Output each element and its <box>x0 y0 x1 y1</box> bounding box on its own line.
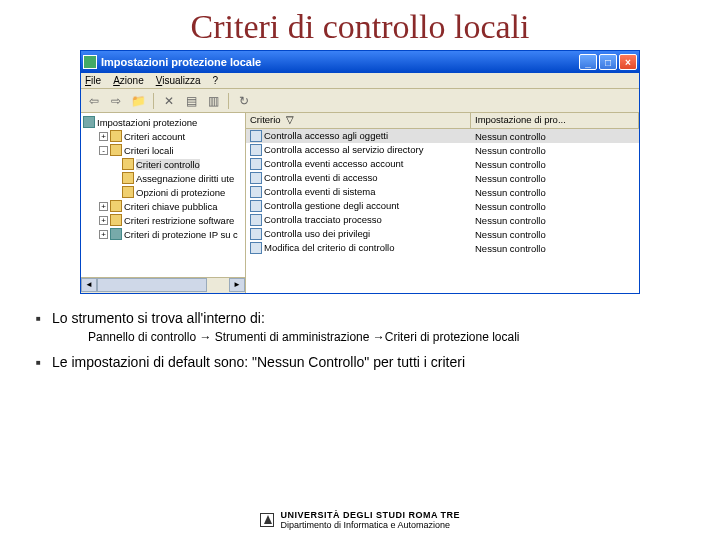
policy-setting: Nessun controllo <box>471 215 639 226</box>
policy-setting: Nessun controllo <box>471 173 639 184</box>
tree-label: Opzioni di protezione <box>136 187 225 198</box>
policy-icon <box>250 144 262 156</box>
policy-setting: Nessun controllo <box>471 187 639 198</box>
menu-visualizza[interactable]: Visualizza <box>156 75 201 86</box>
minimize-button[interactable]: _ <box>579 54 597 70</box>
tree-label: Criteri locali <box>124 145 174 156</box>
sort-indicator-icon: ▽ <box>286 114 294 125</box>
scroll-left-icon[interactable]: ◄ <box>81 278 97 292</box>
policy-name: Controlla eventi di accesso <box>264 172 378 183</box>
cut-icon[interactable]: ✕ <box>160 92 178 110</box>
tree-pane: Impostazioni protezione +Criteri account… <box>81 113 246 293</box>
policy-icon <box>250 214 262 226</box>
list-item[interactable]: Controlla eventi di sistemaNessun contro… <box>246 185 639 199</box>
footer-line2: Dipartimento di Informatica e Automazion… <box>280 520 460 530</box>
separator-icon <box>153 93 154 109</box>
menu-file[interactable]: File <box>85 75 101 86</box>
folder-icon <box>122 158 134 170</box>
tree-label: Criteri di protezione IP su c <box>124 229 238 240</box>
menu-help[interactable]: ? <box>213 75 219 86</box>
folder-icon <box>110 144 122 156</box>
app-icon <box>83 55 97 69</box>
bullet-item: Le impostazioni di default sono: "Nessun… <box>36 354 696 370</box>
policy-name: Controlla eventi di sistema <box>264 186 375 197</box>
tree-scrollbar[interactable]: ◄ ► <box>81 277 245 293</box>
up-folder-icon[interactable]: 📁 <box>129 92 147 110</box>
list-item[interactable]: Modifica del criterio di controlloNessun… <box>246 241 639 255</box>
policy-setting: Nessun controllo <box>471 243 639 254</box>
list-item[interactable]: Controlla accesso al servizio directoryN… <box>246 143 639 157</box>
tree-item[interactable]: -Criteri locali <box>81 143 245 157</box>
footer-line1: UNIVERSITÀ DEGLI STUDI ROMA TRE <box>280 510 460 520</box>
tree-label: Criteri restrizione software <box>124 215 234 226</box>
properties-icon[interactable]: ▤ <box>182 92 200 110</box>
policy-setting: Nessun controllo <box>471 229 639 240</box>
maximize-button[interactable]: □ <box>599 54 617 70</box>
list-item[interactable]: Controlla eventi accesso accountNessun c… <box>246 157 639 171</box>
settings-icon <box>83 116 95 128</box>
list-body: Controlla accesso agli oggettiNessun con… <box>246 129 639 255</box>
slide-title: Criteri di controllo locali <box>0 0 720 50</box>
tree-item[interactable]: Assegnazione diritti ute <box>81 171 245 185</box>
scroll-right-icon[interactable]: ► <box>229 278 245 292</box>
list-header: Criterio ▽ Impostazione di pro... <box>246 113 639 129</box>
expand-icon[interactable]: + <box>99 132 108 141</box>
folder-icon <box>122 186 134 198</box>
list-item[interactable]: Controlla gestione degli accountNessun c… <box>246 199 639 213</box>
back-icon[interactable]: ⇦ <box>85 92 103 110</box>
expand-icon[interactable]: - <box>99 146 108 155</box>
refresh-icon[interactable]: ↻ <box>235 92 253 110</box>
list-icon[interactable]: ▥ <box>204 92 222 110</box>
policy-name: Controlla accesso agli oggetti <box>264 130 388 141</box>
gear-icon <box>110 228 122 240</box>
tree-item[interactable]: +Criteri chiave pubblica <box>81 199 245 213</box>
menu-azione[interactable]: Azione <box>113 75 144 86</box>
tree-item[interactable]: Criteri controllo <box>81 157 245 171</box>
tree-label: Impostazioni protezione <box>97 117 197 128</box>
tree-item[interactable]: +Criteri account <box>81 129 245 143</box>
tree-item[interactable]: Opzioni di protezione <box>81 185 245 199</box>
column-impostazione[interactable]: Impostazione di pro... <box>471 113 639 128</box>
window-title: Impostazioni protezione locale <box>101 56 579 68</box>
tree-item[interactable]: +Criteri di protezione IP su c <box>81 227 245 241</box>
policy-icon <box>250 228 262 240</box>
bullet-item: Lo strumento si trova all'interno di: <box>36 310 696 326</box>
expand-icon[interactable]: + <box>99 202 108 211</box>
policy-name: Controlla gestione degli account <box>264 200 399 211</box>
policy-icon <box>250 130 262 142</box>
scroll-track[interactable] <box>97 278 229 293</box>
forward-icon[interactable]: ⇨ <box>107 92 125 110</box>
policy-name: Controlla eventi accesso account <box>264 158 403 169</box>
list-item[interactable]: Controlla uso dei privilegiNessun contro… <box>246 227 639 241</box>
list-pane: Criterio ▽ Impostazione di pro... Contro… <box>246 113 639 293</box>
folder-icon <box>122 172 134 184</box>
tree-item[interactable]: +Criteri restrizione software <box>81 213 245 227</box>
list-item[interactable]: Controlla eventi di accessoNessun contro… <box>246 171 639 185</box>
policy-setting: Nessun controllo <box>471 145 639 156</box>
menubar: File Azione Visualizza ? <box>81 73 639 89</box>
university-logo-icon <box>260 513 274 527</box>
expand-icon[interactable]: + <box>99 230 108 239</box>
footer: UNIVERSITÀ DEGLI STUDI ROMA TRE Dipartim… <box>0 510 720 530</box>
bullet-subtext: Pannello di controllo → Strumenti di amm… <box>36 330 696 344</box>
app-window: Impostazioni protezione locale _ □ × Fil… <box>80 50 640 294</box>
policy-icon <box>250 172 262 184</box>
tree-label: Assegnazione diritti ute <box>136 173 234 184</box>
separator-icon <box>228 93 229 109</box>
folder-icon <box>110 214 122 226</box>
policy-name: Controlla tracciato processo <box>264 214 382 225</box>
folder-icon <box>110 200 122 212</box>
policy-icon <box>250 200 262 212</box>
list-item[interactable]: Controlla tracciato processoNessun contr… <box>246 213 639 227</box>
tree-root[interactable]: Impostazioni protezione <box>81 115 245 129</box>
expand-icon[interactable]: + <box>99 216 108 225</box>
titlebar[interactable]: Impostazioni protezione locale _ □ × <box>81 51 639 73</box>
scroll-thumb[interactable] <box>97 278 207 292</box>
column-criterio[interactable]: Criterio ▽ <box>246 113 471 128</box>
close-button[interactable]: × <box>619 54 637 70</box>
list-item[interactable]: Controlla accesso agli oggettiNessun con… <box>246 129 639 143</box>
policy-setting: Nessun controllo <box>471 159 639 170</box>
tree-label: Criteri chiave pubblica <box>124 201 217 212</box>
bullet-list: Lo strumento si trova all'interno di: Pa… <box>0 294 720 370</box>
tree-label: Criteri controllo <box>136 159 200 170</box>
